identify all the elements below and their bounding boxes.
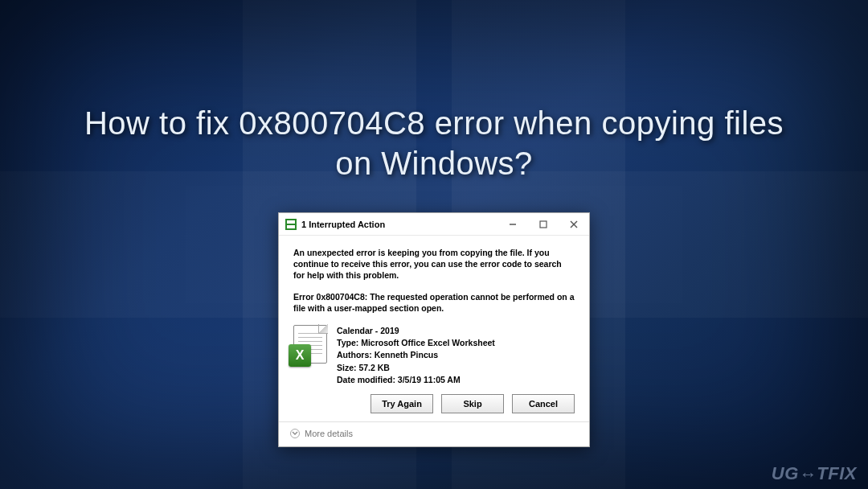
dialog-title: 1 Interrupted Action [301,220,497,229]
excel-file-icon: X [293,325,327,364]
file-metadata: Calendar - 2019 Type: Microsoft Office E… [337,325,495,386]
minimize-button[interactable] [497,213,528,236]
dialog-app-icon [285,219,297,230]
dialog-footer[interactable]: More details [279,421,589,446]
try-again-button[interactable]: Try Again [371,394,433,413]
svg-rect-1 [540,221,547,228]
file-info-row: X Calendar - 2019 Type: Microsoft Office… [293,325,575,386]
dialog-content: An unexpected error is keeping you from … [279,236,589,421]
file-authors: Authors: Kenneth Pincus [337,349,495,361]
article-headline: How to fix 0x800704C8 error when copying… [0,103,868,183]
cancel-button[interactable]: Cancel [512,394,575,413]
chevron-down-icon [290,429,300,438]
close-button[interactable] [559,213,589,236]
error-message-primary: An unexpected error is keeping you from … [293,247,575,281]
dialog-button-row: Try Again Skip Cancel [293,394,575,413]
file-type: Type: Microsoft Office Excel Worksheet [337,337,495,349]
error-dialog: 1 Interrupted Action An unexpected error… [278,212,590,447]
file-size: Size: 57.2 KB [337,362,495,374]
file-name: Calendar - 2019 [337,325,495,337]
watermark-logo: UG↔TFIX [772,463,857,484]
dialog-titlebar: 1 Interrupted Action [279,213,589,236]
more-details-label: More details [305,429,353,438]
file-date-modified: Date modified: 3/5/19 11:05 AM [337,374,495,386]
skip-button[interactable]: Skip [441,394,504,413]
error-message-code: Error 0x800704C8: The requested operatio… [293,291,575,314]
maximize-button[interactable] [528,213,559,236]
